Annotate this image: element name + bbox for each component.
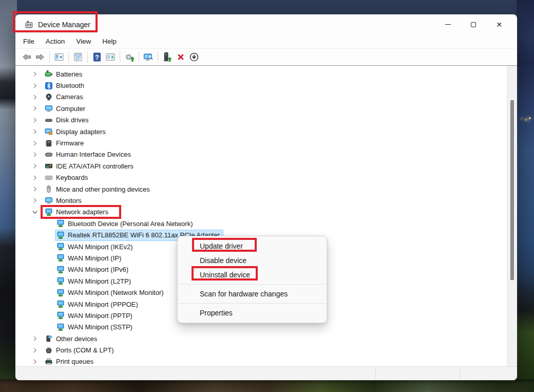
tree-item-label: Other devices [56,335,97,343]
chevron-right-icon[interactable] [31,104,39,113]
action-pane-button[interactable] [104,50,117,64]
chevron-right-icon[interactable] [31,162,39,170]
hid-icon [45,151,53,159]
scan-hardware-changes-button[interactable] [123,50,136,64]
search-computer-icon [143,52,154,62]
svg-text:?: ? [50,335,51,338]
context-menu-properties[interactable]: Properties [178,306,327,320]
context-menu-scan-for-hardware-changes[interactable]: Scan for hardware changes [178,287,327,301]
row-body[interactable]: WAN Miniport (IPv6) [55,264,132,275]
row-body[interactable]: ?Other devices [43,333,101,344]
properties-button[interactable] [71,50,85,64]
uninstall-device-button[interactable] [174,50,187,64]
ide-controller-icon [45,162,53,170]
maximize-button[interactable] [461,14,486,34]
row-body[interactable]: Network adapters [43,207,112,218]
scrollbar-thumb[interactable] [510,100,514,280]
chevron-down-icon[interactable] [31,208,39,216]
chevron-right-icon[interactable] [31,70,39,78]
row-body[interactable]: WAN Miniport (PPTP) [55,310,136,321]
close-icon: ✕ [496,21,502,28]
minimize-button[interactable] [435,14,461,34]
network-adapter-icon [56,311,65,320]
chevron-right-icon[interactable] [31,116,39,124]
chevron-right-icon[interactable] [31,174,39,182]
tree-item-ports-com-lpt[interactable]: Ports (COM & LPT) [15,344,507,356]
tree-item-bluetooth-device-personal-area-network[interactable]: Bluetooth Device (Personal Area Network) [15,218,507,229]
row-body[interactable]: Bluetooth [43,80,88,91]
tree-item-computer[interactable]: Computer [15,103,507,114]
titlebar[interactable]: Device Manager ✕ [15,14,517,34]
chevron-right-icon[interactable] [31,358,39,366]
tree-item-ide-ata-atapi-controllers[interactable]: IDE ATA/ATAPI controllers [15,160,507,172]
row-body[interactable]: Firmware [43,138,87,149]
context-menu: Update driverDisable deviceUninstall dev… [177,236,327,323]
tree-item-disk-drives[interactable]: Disk drives [15,115,507,126]
chevron-right-icon[interactable] [31,196,39,204]
menu-file[interactable]: File [17,35,40,47]
tree-item-cameras[interactable]: Cameras [15,91,507,103]
tree-item-batteries[interactable]: Batteries [15,68,507,80]
search-computer-button[interactable] [142,50,155,64]
chevron-right-icon[interactable] [31,82,39,90]
menu-action[interactable]: Action [40,35,71,47]
tree-item-network-adapters[interactable]: Network adapters [15,207,507,218]
row-body[interactable]: WAN Miniport (IKEv2) [55,241,137,252]
tree-item-display-adapters[interactable]: Display adapters [15,126,507,137]
chevron-right-icon[interactable] [31,185,39,193]
vertical-scrollbar[interactable] [507,66,517,366]
row-body[interactable]: Human Interface Devices [43,149,135,160]
tree-item-print-queues[interactable]: Print queues [15,356,507,366]
tree-item-firmware[interactable]: Firmware [15,137,507,148]
row-body[interactable]: Print queues [43,356,97,366]
row-body[interactable]: Monitors [43,195,85,206]
row-body[interactable]: WAN Miniport (SSTP) [55,322,136,333]
tree-item-monitors[interactable]: Monitors [15,195,507,206]
mouse-icon [45,185,53,193]
row-body[interactable]: IDE ATA/ATAPI controllers [43,160,137,172]
chevron-right-icon[interactable] [31,346,39,354]
context-menu-disable-device[interactable]: Disable device [178,253,327,268]
tree-item-label: Disk drives [56,116,89,124]
row-body[interactable]: Ports (COM & LPT) [43,345,118,356]
update-driver-button[interactable] [161,50,174,64]
monitor-icon [45,196,53,204]
row-body[interactable]: Disk drives [43,115,92,126]
context-menu-update-driver[interactable]: Update driver [178,239,327,253]
row-body[interactable]: Batteries [43,68,86,80]
row-body[interactable]: Mice and other pointing devices [43,183,154,195]
chevron-right-icon[interactable] [31,127,39,136]
tree-item-human-interface-devices[interactable]: Human Interface Devices [15,149,507,160]
row-body[interactable]: Cameras [43,91,87,103]
show-console-tree-button[interactable] [52,50,66,64]
context-menu-separator [178,284,326,285]
chevron-right-icon[interactable] [31,151,39,159]
network-adapter-icon [56,254,65,262]
back-button[interactable] [20,50,33,64]
tree-item-mice-and-other-pointing-devices[interactable]: Mice and other pointing devices [15,183,507,195]
menu-view[interactable]: View [70,35,97,47]
row-body[interactable]: Keyboards [43,172,91,183]
disable-device-button[interactable] [187,50,201,64]
tree-item-bluetooth[interactable]: Bluetooth [15,80,507,91]
close-button[interactable]: ✕ [486,14,512,34]
menu-help[interactable]: Help [97,35,122,47]
chevron-right-icon[interactable] [31,93,39,101]
tree-item-other-devices[interactable]: ?Other devices [15,333,507,344]
tree-item-label: WAN Miniport (Network Monitor) [68,289,164,296]
forward-button[interactable] [33,50,47,64]
row-body[interactable]: WAN Miniport (PPPOE) [55,298,142,310]
context-menu-uninstall-device[interactable]: Uninstall device [178,268,327,282]
row-body[interactable]: WAN Miniport (Network Monitor) [55,287,167,298]
network-adapter-icon [56,266,65,274]
row-body[interactable]: WAN Miniport (IP) [55,252,125,264]
tree-item-keyboards[interactable]: Keyboards [15,172,507,183]
help-button[interactable]: ? [90,50,104,64]
row-body[interactable]: WAN Miniport (L2TP) [55,275,135,287]
row-body[interactable]: Computer [43,103,89,114]
chevron-right-icon[interactable] [31,139,39,147]
maximize-icon [471,22,476,27]
chevron-right-icon[interactable] [31,334,39,343]
row-body[interactable]: Bluetooth Device (Personal Area Network) [55,218,197,229]
row-body[interactable]: Display adapters [43,126,109,137]
